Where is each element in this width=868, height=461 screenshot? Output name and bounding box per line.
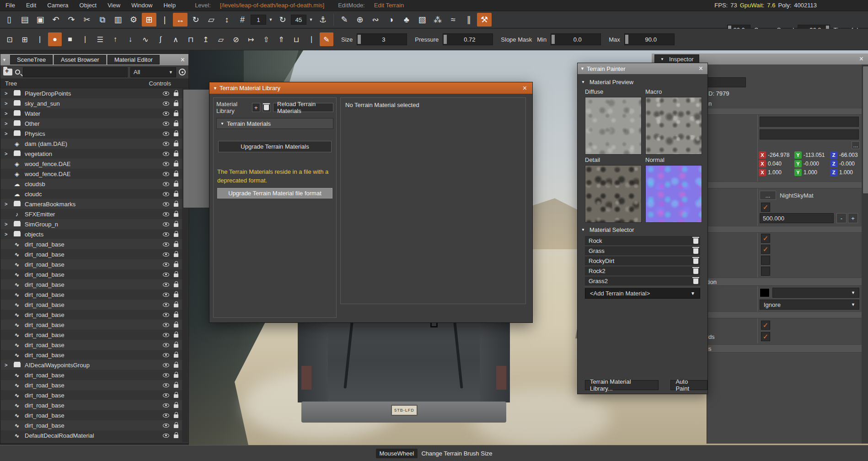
- expand-chevron-icon[interactable]: >: [5, 362, 12, 368]
- river-editor-icon[interactable]: ≈: [446, 13, 461, 27]
- clear-layer-icon[interactable]: ▱: [214, 32, 228, 46]
- expand-chevron-icon[interactable]: >: [5, 151, 12, 156]
- checkbox-unchecked[interactable]: [761, 267, 770, 276]
- lock-icon[interactable]: [174, 102, 178, 106]
- menu-item[interactable]: Window: [126, 0, 158, 11]
- lock-icon[interactable]: [174, 304, 178, 307]
- inspector-scrollbar[interactable]: [862, 64, 868, 444]
- snap-grid-icon[interactable]: #: [235, 13, 250, 27]
- tree-scrollbar[interactable]: [182, 88, 188, 442]
- visibility-eye-icon[interactable]: [163, 202, 169, 206]
- tree-row[interactable]: dirt_road_base: [1, 279, 182, 289]
- x-value[interactable]: 1.000: [768, 169, 792, 176]
- visibility-eye-icon[interactable]: [163, 313, 169, 317]
- lock-icon[interactable]: [174, 334, 178, 338]
- visibility-eye-icon[interactable]: [163, 232, 169, 236]
- tree-row[interactable]: dirt_road_base: [1, 239, 182, 249]
- inspector-field[interactable]: [760, 129, 859, 139]
- menu-item[interactable]: Object: [74, 0, 102, 11]
- visibility-eye-icon[interactable]: [163, 162, 169, 166]
- road-spline-icon[interactable]: ∾: [368, 13, 383, 27]
- decal-road-icon[interactable]: ∥: [461, 13, 476, 27]
- material-row[interactable]: RockyDirt: [585, 256, 700, 266]
- close-icon[interactable]: ×: [857, 55, 865, 63]
- tree-row[interactable]: dirt_road_base: [1, 350, 182, 360]
- lock-icon[interactable]: [174, 384, 178, 388]
- z-value[interactable]: -66.003: [839, 152, 862, 158]
- section-collapse-icon[interactable]: ▼: [220, 122, 227, 126]
- snap-size-dropdown-icon[interactable]: ▼: [267, 15, 274, 25]
- lock-icon[interactable]: [174, 173, 178, 177]
- tree-row[interactable]: > SimGroup_n: [1, 219, 182, 229]
- visibility-eye-icon[interactable]: [163, 303, 169, 307]
- section-collapse-icon[interactable]: ▼: [581, 228, 588, 232]
- trash-icon[interactable]: [693, 268, 698, 274]
- smooth-icon[interactable]: ∿: [139, 32, 152, 46]
- grab-terrain-icon[interactable]: ☰: [93, 32, 107, 46]
- lock-icon[interactable]: [174, 92, 178, 96]
- paste-icon[interactable]: ▥: [111, 13, 125, 27]
- stamp-select-icon[interactable]: ⊔: [289, 32, 303, 46]
- tree-row[interactable]: dirt_road_base: [1, 300, 182, 310]
- filter-dropdown[interactable]: All ▼: [130, 67, 176, 77]
- tree-row[interactable]: dirt_road_base: [1, 330, 182, 340]
- set-height-icon[interactable]: ↥: [199, 32, 213, 46]
- visibility-eye-icon[interactable]: [163, 192, 169, 196]
- lock-icon[interactable]: [174, 123, 178, 126]
- trash-icon[interactable]: [693, 279, 698, 284]
- panel-tab[interactable]: Asset Browser: [54, 55, 106, 64]
- section-strip[interactable]: [707, 108, 862, 115]
- ignore-dropdown[interactable]: Ignore ▼: [760, 300, 859, 310]
- tree-row[interactable]: dirt_road_base: [1, 310, 182, 320]
- bounds-tool-icon[interactable]: ↕: [220, 13, 234, 27]
- rotate-snap-dropdown-icon[interactable]: ▼: [307, 15, 315, 25]
- undo-icon[interactable]: ↶: [48, 13, 63, 27]
- tree-row[interactable]: > objects: [1, 229, 182, 239]
- tree-row[interactable]: > Water: [1, 108, 182, 118]
- lock-icon[interactable]: [174, 263, 178, 267]
- forest-editor-icon[interactable]: ♣: [399, 13, 414, 27]
- y-value[interactable]: -0.000: [804, 161, 827, 167]
- section-strip[interactable]: ls: [707, 344, 862, 353]
- lock-icon[interactable]: [174, 394, 178, 398]
- menu-item[interactable]: Help: [158, 0, 181, 11]
- tree-row[interactable]: dam (dam.DAE): [1, 139, 182, 149]
- upgrade-file-format-button[interactable]: Upgrade Terrain Material file format: [217, 188, 332, 198]
- trash-icon[interactable]: [693, 238, 698, 244]
- tree-row[interactable]: > sky_and_sun: [1, 98, 182, 108]
- tree-row[interactable]: dirt_road_base: [1, 420, 182, 430]
- lock-icon[interactable]: [174, 374, 178, 378]
- visibility-eye-icon[interactable]: [163, 373, 169, 377]
- square-brush-icon[interactable]: ■: [63, 32, 77, 46]
- visibility-eye-icon[interactable]: [163, 102, 169, 106]
- tab-inspector[interactable]: ▼ Inspector: [654, 54, 699, 64]
- rotate-tool-icon[interactable]: ↻: [188, 13, 203, 27]
- material-row[interactable]: Rock: [585, 236, 700, 246]
- scale-tool-icon[interactable]: ▱: [204, 13, 219, 27]
- tree-row[interactable]: dirt_road_base: [1, 380, 182, 390]
- tree-row[interactable]: > vegetation: [1, 149, 182, 159]
- macro-texture-preview[interactable]: [645, 97, 702, 155]
- visibility-eye-icon[interactable]: [163, 252, 169, 257]
- lock-icon[interactable]: [174, 344, 178, 348]
- terrain-material-library-button[interactable]: Terrain Material Library...: [585, 380, 659, 390]
- copy-icon[interactable]: ⧉: [95, 13, 110, 27]
- tree-row[interactable]: > Physics: [1, 129, 182, 139]
- dialog-collapse-icon[interactable]: ▼: [213, 86, 220, 91]
- add-terrain-material-dropdown[interactable]: <Add Terrain Material> ▼: [585, 288, 700, 299]
- panel-tab[interactable]: Material Editor: [107, 55, 160, 64]
- upgrade-terrain-materials-button[interactable]: Upgrade Terrain Materials: [218, 141, 332, 152]
- checkbox-checked[interactable]: [761, 332, 770, 341]
- tree-row[interactable]: > PlayerDropPoints: [1, 88, 182, 98]
- tree-row[interactable]: dirt_road_base: [1, 340, 182, 350]
- expand-chevron-icon[interactable]: >: [5, 201, 12, 207]
- tree-row[interactable]: dirt_road_base: [1, 249, 182, 259]
- cut-icon[interactable]: ✂: [80, 13, 94, 27]
- stamp-raise-icon[interactable]: ⇧: [259, 32, 273, 46]
- terrain-editor-icon[interactable]: ⚒: [477, 13, 492, 27]
- visibility-eye-icon[interactable]: [163, 403, 169, 407]
- decrement-button[interactable]: -: [836, 213, 847, 223]
- translate-tool-icon[interactable]: ↔: [173, 13, 188, 27]
- visibility-eye-icon[interactable]: [163, 172, 169, 176]
- increment-button[interactable]: +: [848, 213, 858, 223]
